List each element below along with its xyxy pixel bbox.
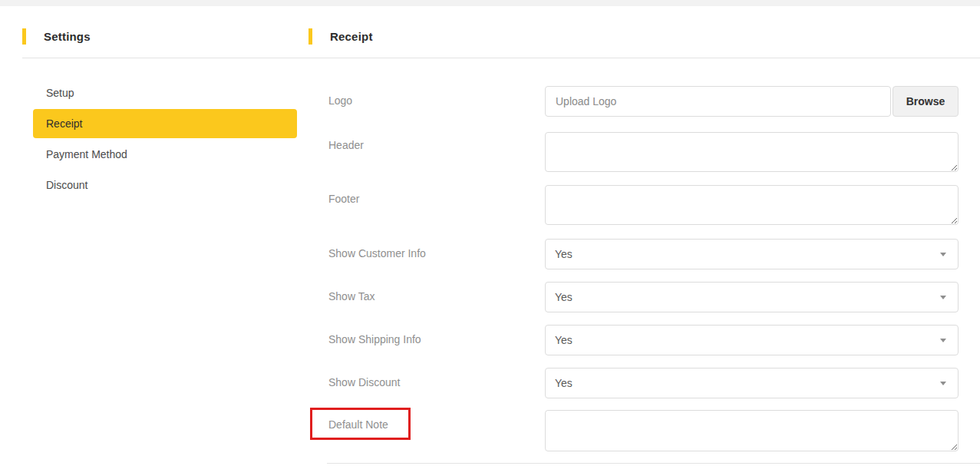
- page-title: Receipt: [330, 30, 373, 43]
- header-divider: [22, 58, 980, 58]
- browse-button[interactable]: Browse: [893, 86, 959, 117]
- accent-bar-icon: [22, 28, 26, 45]
- default-note-label: Default Note: [328, 418, 388, 431]
- show-discount-select[interactable]: Yes: [545, 368, 959, 398]
- show-customer-info-select[interactable]: Yes: [545, 239, 959, 269]
- sidebar-header: Settings: [22, 28, 91, 45]
- logo-upload-group: Browse: [545, 86, 959, 117]
- accent-bar-icon: [309, 28, 312, 45]
- footer-textarea[interactable]: [545, 185, 959, 225]
- show-tax-label: Show Tax: [328, 290, 375, 302]
- select-value: Yes: [555, 377, 572, 389]
- sidebar-title: Settings: [44, 30, 91, 43]
- default-note-textarea[interactable]: [545, 410, 959, 451]
- header-label: Header: [328, 139, 364, 151]
- logo-label: Logo: [328, 94, 352, 107]
- chevron-down-icon: [940, 382, 946, 385]
- sidebar-item-payment-method[interactable]: Payment Method: [33, 140, 297, 169]
- select-value: Yes: [555, 248, 572, 260]
- main-header: Receipt: [309, 28, 373, 45]
- bottom-divider: [327, 463, 980, 464]
- header-textarea[interactable]: [545, 132, 959, 172]
- show-discount-label: Show Discount: [328, 376, 400, 388]
- footer-label: Footer: [328, 193, 359, 205]
- show-customer-info-label: Show Customer Info: [328, 247, 426, 259]
- sidebar-item-discount[interactable]: Discount: [33, 170, 297, 200]
- sidebar-item-setup[interactable]: Setup: [33, 78, 297, 107]
- chevron-down-icon: [940, 339, 946, 342]
- select-value: Yes: [555, 334, 572, 346]
- sidebar-item-receipt[interactable]: Receipt: [33, 109, 297, 138]
- show-shipping-info-label: Show Shipping Info: [328, 333, 421, 345]
- chevron-down-icon: [940, 253, 946, 256]
- logo-upload-input[interactable]: [545, 86, 891, 117]
- settings-nav: Setup Receipt Payment Method Discount: [33, 78, 297, 201]
- chevron-down-icon: [940, 296, 946, 299]
- show-tax-select[interactable]: Yes: [545, 282, 959, 312]
- select-value: Yes: [555, 291, 572, 303]
- show-shipping-info-select[interactable]: Yes: [545, 325, 959, 355]
- top-strip: [0, 0, 980, 6]
